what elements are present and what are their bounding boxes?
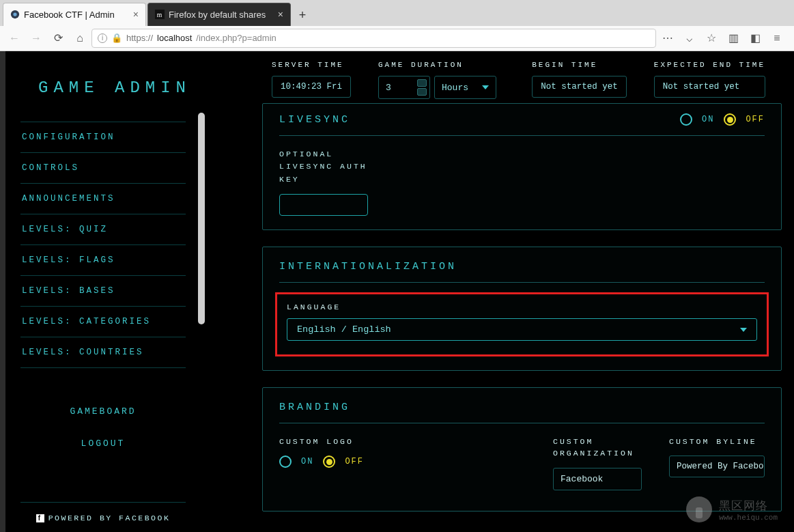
chevron-down-icon	[740, 328, 747, 332]
sidebar-actions: GAMEBOARD LOGOUT	[20, 395, 186, 460]
bookmark-icon[interactable]: ☆	[701, 29, 722, 48]
sidebar-item-configuration[interactable]: CONFIGURATION	[20, 122, 186, 152]
custom-logo-field: CUSTOM LOGO ON OFF	[279, 436, 364, 490]
sidebar-item-levels-flags[interactable]: LEVELS: FLAGS	[20, 244, 186, 275]
server-time-label: SERVER TIME	[272, 61, 351, 69]
chevron-down-icon	[482, 85, 489, 89]
watermark: 黑区网络 www.heiqu.com	[686, 496, 778, 522]
duration-unit: Hours	[442, 83, 468, 93]
sidebar-item-levels-quiz[interactable]: LEVELS: QUIZ	[20, 214, 186, 244]
watermark-icon	[686, 496, 712, 522]
livesync-panel: LIVESYNC ON OFF OPTIONAL LIVESYNC AUTH K…	[262, 103, 782, 230]
pocket-icon[interactable]: ⌵	[679, 29, 700, 48]
livesync-toggle: ON OFF	[680, 113, 765, 126]
powered-label: POWERED BY FACEBOOK	[48, 514, 171, 522]
app-root: GAME ADMIN CONFIGURATION CONTROLS ANNOUN…	[0, 51, 794, 532]
livesync-off-radio[interactable]	[724, 113, 736, 126]
logout-link[interactable]: LOGOUT	[20, 428, 186, 460]
info-icon[interactable]: i	[98, 33, 107, 43]
game-duration-label: GAME DURATION	[378, 61, 496, 69]
duration-value: 3	[386, 83, 391, 93]
facebook-icon: f	[36, 514, 44, 522]
tab-strip: Facebook CTF | Admin × m Firefox by defa…	[0, 0, 794, 26]
begin-time-field: BEGIN TIME Not started yet	[532, 61, 627, 99]
custom-org-input[interactable]: Facebook	[553, 468, 642, 490]
lock-icon: 🔒	[111, 33, 122, 43]
end-time-value: Not started yet	[654, 76, 765, 98]
livesync-key-label: OPTIONAL LIVESYNC AUTH KEY	[279, 148, 765, 186]
watermark-text: 黑区网络	[719, 499, 768, 512]
off-label: OFF	[345, 457, 364, 466]
svg-text:m: m	[157, 11, 162, 18]
browser-tab-inactive[interactable]: m Firefox by default shares ×	[147, 3, 291, 26]
begin-time-label: BEGIN TIME	[532, 61, 627, 69]
i18n-panel: INTERNATIONALIZATION LANGUAGE English / …	[262, 247, 782, 371]
livesync-key-input[interactable]	[279, 194, 368, 216]
browser-chrome: Facebook CTF | Admin × m Firefox by defa…	[0, 0, 794, 51]
i18n-title: INTERNATIONALIZATION	[279, 261, 765, 283]
sidebar-item-announcements[interactable]: ANNOUNCEMENTS	[20, 183, 186, 214]
menu-more-icon[interactable]: ⋯	[657, 29, 678, 48]
favicon-icon: m	[155, 10, 165, 19]
end-time-field: EXPECTED END TIME Not started yet	[654, 61, 765, 99]
game-duration-field: GAME DURATION 3 Hours	[378, 61, 496, 99]
server-time-field: SERVER TIME 10:49:23 Fri	[272, 61, 351, 99]
livesync-on-radio[interactable]	[680, 113, 692, 126]
custom-byline-input[interactable]: Powered By Facebo	[669, 456, 765, 477]
window-edge	[0, 51, 5, 532]
page-title: GAME ADMIN	[38, 79, 186, 97]
sidebar-toggle-icon[interactable]: ◧	[745, 29, 765, 48]
sidebar-item-levels-categories[interactable]: LEVELS: CATEGORIES	[20, 306, 186, 337]
library-icon[interactable]: ▥	[723, 29, 743, 48]
forward-button[interactable]: →	[26, 29, 46, 48]
browser-toolbar: ← → ⟳ ⌂ i 🔒 https://localhost/index.php?…	[0, 26, 794, 51]
custom-logo-toggle: ON OFF	[279, 456, 364, 468]
logo-on-radio[interactable]	[279, 456, 292, 468]
sidebar-scrollbar[interactable]	[198, 113, 205, 324]
gameboard-link[interactable]: GAMEBOARD	[20, 395, 186, 428]
home-button[interactable]: ⌂	[70, 29, 90, 48]
custom-org-field: CUSTOMORGANIZATION Facebook	[553, 436, 642, 490]
server-time-value: 10:49:23 Fri	[272, 76, 351, 98]
duration-number-input[interactable]: 3	[378, 76, 430, 99]
begin-time-value: Not started yet	[532, 76, 627, 98]
logo-off-radio[interactable]	[323, 456, 335, 468]
branding-grid: CUSTOM LOGO ON OFF CUSTOMORGANIZATION Fa…	[279, 436, 765, 490]
url-bar[interactable]: i 🔒 https://localhost/index.php?p=admin	[91, 29, 656, 48]
tab-label: Facebook CTF | Admin	[24, 10, 129, 20]
branding-panel: BRANDING CUSTOM LOGO ON OFF CUSTOMORGANI…	[262, 387, 782, 512]
main-content: SERVER TIME 10:49:23 Fri GAME DURATION 3…	[201, 51, 794, 532]
language-label: LANGUAGE	[287, 303, 757, 311]
sidebar-item-levels-countries[interactable]: LEVELS: COUNTRIES	[20, 337, 186, 368]
hamburger-menu-icon[interactable]: ≡	[767, 29, 787, 48]
language-value: English / English	[297, 324, 391, 335]
sidebar-item-controls[interactable]: CONTROLS	[20, 152, 186, 183]
back-button[interactable]: ←	[4, 29, 25, 48]
reload-button[interactable]: ⟳	[48, 29, 68, 48]
url-scheme: https://	[126, 33, 153, 43]
favicon-icon	[10, 10, 20, 19]
close-icon[interactable]: ×	[278, 9, 283, 20]
sidebar-nav: CONFIGURATION CONTROLS ANNOUNCEMENTS LEV…	[20, 122, 186, 368]
livesync-body: OPTIONAL LIVESYNC AUTH KEY	[279, 148, 765, 216]
sidebar: GAME ADMIN CONFIGURATION CONTROLS ANNOUN…	[5, 51, 201, 532]
spinner-icon[interactable]	[417, 79, 427, 96]
svg-point-1	[13, 12, 16, 16]
on-label: ON	[301, 457, 313, 466]
close-icon[interactable]: ×	[133, 9, 139, 20]
i18n-highlight: LANGUAGE English / English	[275, 292, 769, 356]
end-time-label: EXPECTED END TIME	[654, 61, 765, 69]
custom-logo-label: CUSTOM LOGO	[279, 436, 364, 447]
new-tab-button[interactable]: +	[292, 5, 313, 26]
sidebar-item-levels-bases[interactable]: LEVELS: BASES	[20, 275, 186, 306]
language-select[interactable]: English / English	[287, 318, 757, 341]
url-path: /index.php?p=admin	[196, 33, 276, 43]
url-host: localhost	[157, 33, 192, 43]
powered-by: fPOWERED BY FACEBOOK	[20, 502, 186, 522]
off-label: OFF	[746, 115, 765, 124]
browser-tab-active[interactable]: Facebook CTF | Admin ×	[3, 3, 146, 26]
livesync-title: LIVESYNC	[279, 114, 350, 126]
toolbar-right: ⋯ ⌵ ☆ ▥ ◧ ≡	[657, 29, 790, 48]
custom-byline-label: CUSTOM BYLINE	[669, 436, 765, 447]
duration-unit-select[interactable]: Hours	[434, 76, 496, 99]
